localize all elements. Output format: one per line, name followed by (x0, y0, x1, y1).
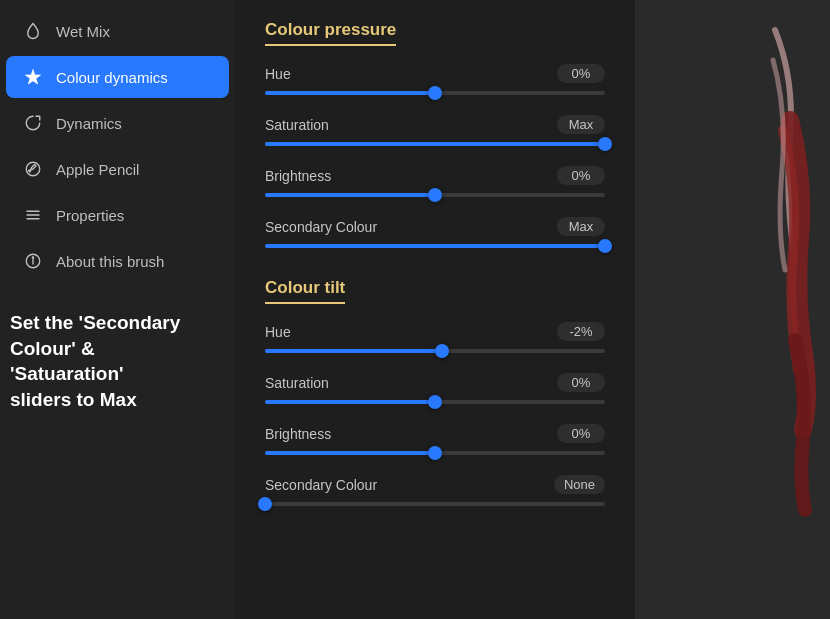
tilt-secondary-colour-row: Secondary Colour None (265, 475, 605, 506)
tilt-brightness-thumb[interactable] (428, 446, 442, 460)
sidebar-item-dynamics-label: Dynamics (56, 115, 122, 132)
sidebar-item-about-brush-label: About this brush (56, 253, 164, 270)
pressure-hue-label-row: Hue 0% (265, 64, 605, 83)
pressure-brightness-label-row: Brightness 0% (265, 166, 605, 185)
tilt-brightness-row: Brightness 0% (265, 424, 605, 455)
tilt-secondary-colour-thumb[interactable] (258, 497, 272, 511)
tilt-saturation-fill (265, 400, 435, 404)
sidebar-item-wet-mix-label: Wet Mix (56, 23, 110, 40)
pressure-saturation-track[interactable] (265, 142, 605, 146)
sidebar-item-dynamics[interactable]: Dynamics (6, 102, 229, 144)
pressure-saturation-label: Saturation (265, 117, 329, 133)
pressure-brightness-fill (265, 193, 435, 197)
pressure-brightness-thumb[interactable] (428, 188, 442, 202)
colour-tilt-title: Colour tilt (265, 278, 345, 304)
sidebar-item-about-brush[interactable]: About this brush (6, 240, 229, 282)
pressure-brightness-label: Brightness (265, 168, 331, 184)
pressure-secondary-colour-value: Max (557, 217, 605, 236)
tilt-hue-value: -2% (557, 322, 605, 341)
tilt-hue-thumb[interactable] (435, 344, 449, 358)
tilt-brightness-label-row: Brightness 0% (265, 424, 605, 443)
tilt-saturation-thumb[interactable] (428, 395, 442, 409)
tilt-hue-fill (265, 349, 442, 353)
pressure-brightness-track[interactable] (265, 193, 605, 197)
colour-tilt-section: Colour tilt Hue -2% Saturation 0% (265, 278, 605, 506)
pressure-saturation-thumb[interactable] (598, 137, 612, 151)
tilt-saturation-value: 0% (557, 373, 605, 392)
sidebar: Wet Mix Colour dynamics Dynamics Apple P… (0, 0, 235, 619)
tilt-brightness-value: 0% (557, 424, 605, 443)
canvas-preview (635, 0, 830, 619)
pressure-saturation-row: Saturation Max (265, 115, 605, 146)
colour-pressure-title: Colour pressure (265, 20, 396, 46)
list-lines-icon (22, 204, 44, 226)
tilt-secondary-colour-label: Secondary Colour (265, 477, 377, 493)
tilt-saturation-label-row: Saturation 0% (265, 373, 605, 392)
pressure-hue-label: Hue (265, 66, 291, 82)
tilt-secondary-colour-track[interactable] (265, 502, 605, 506)
pressure-secondary-colour-label-row: Secondary Colour Max (265, 217, 605, 236)
droplet-icon (22, 20, 44, 42)
pressure-brightness-row: Brightness 0% (265, 166, 605, 197)
sparkle-star-icon (22, 66, 44, 88)
main-content: Colour pressure Hue 0% Saturation Max (235, 0, 635, 619)
pencil-circle-icon (22, 158, 44, 180)
pressure-hue-row: Hue 0% (265, 64, 605, 95)
tilt-saturation-row: Saturation 0% (265, 373, 605, 404)
brush-strokes-svg (635, 0, 830, 619)
pressure-hue-value: 0% (557, 64, 605, 83)
pressure-brightness-value: 0% (557, 166, 605, 185)
pressure-hue-track[interactable] (265, 91, 605, 95)
pressure-saturation-fill (265, 142, 605, 146)
sidebar-item-wet-mix[interactable]: Wet Mix (6, 10, 229, 52)
pressure-hue-fill (265, 91, 435, 95)
sidebar-item-colour-dynamics[interactable]: Colour dynamics (6, 56, 229, 98)
svg-point-6 (32, 257, 33, 258)
pressure-secondary-colour-fill (265, 244, 605, 248)
sidebar-item-apple-pencil-label: Apple Pencil (56, 161, 139, 178)
pressure-secondary-colour-track[interactable] (265, 244, 605, 248)
sidebar-item-colour-dynamics-label: Colour dynamics (56, 69, 168, 86)
tilt-hue-label-row: Hue -2% (265, 322, 605, 341)
tilt-hue-track[interactable] (265, 349, 605, 353)
tilt-saturation-track[interactable] (265, 400, 605, 404)
pressure-saturation-value: Max (557, 115, 605, 134)
sidebar-item-apple-pencil[interactable]: Apple Pencil (6, 148, 229, 190)
annotation-text: Set the 'Secondary Colour' & 'Satuaratio… (10, 310, 185, 413)
pressure-secondary-colour-label: Secondary Colour (265, 219, 377, 235)
tilt-hue-label: Hue (265, 324, 291, 340)
sidebar-item-properties-label: Properties (56, 207, 124, 224)
tilt-brightness-fill (265, 451, 435, 455)
pressure-saturation-label-row: Saturation Max (265, 115, 605, 134)
pressure-hue-thumb[interactable] (428, 86, 442, 100)
tilt-brightness-label: Brightness (265, 426, 331, 442)
pressure-secondary-colour-thumb[interactable] (598, 239, 612, 253)
sidebar-item-properties[interactable]: Properties (6, 194, 229, 236)
tilt-secondary-colour-value: None (554, 475, 605, 494)
tilt-secondary-colour-label-row: Secondary Colour None (265, 475, 605, 494)
pressure-secondary-colour-row: Secondary Colour Max (265, 217, 605, 248)
circle-arrow-icon (22, 112, 44, 134)
colour-pressure-section: Colour pressure Hue 0% Saturation Max (265, 20, 605, 248)
tilt-hue-row: Hue -2% (265, 322, 605, 353)
info-circle-icon (22, 250, 44, 272)
tilt-brightness-track[interactable] (265, 451, 605, 455)
tilt-saturation-label: Saturation (265, 375, 329, 391)
